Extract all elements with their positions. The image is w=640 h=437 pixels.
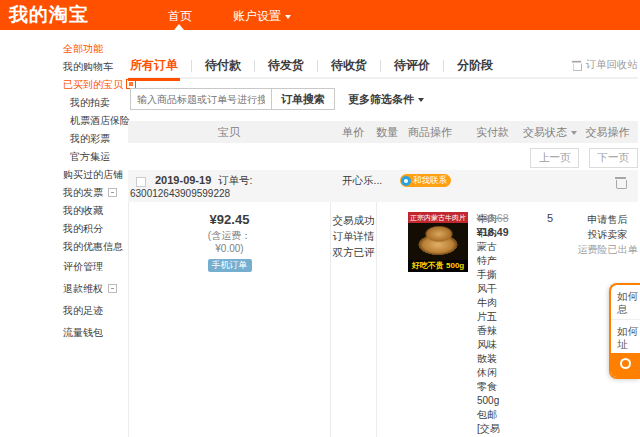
sidebar-item-data-wallet[interactable]: 流量钱包 [0, 322, 126, 344]
active-nav-arrow-icon [174, 24, 184, 30]
tab-separator [443, 60, 444, 72]
sidebar-item-official-consolidation[interactable]: 官方集运 [0, 148, 126, 166]
help-link-1[interactable]: 如何息 [611, 285, 640, 319]
tab-separator [317, 60, 318, 72]
order-search-bar: 订单搜索 更多筛选条件 [130, 88, 424, 110]
more-filters-link[interactable]: 更多筛选条件 [348, 92, 424, 107]
tab-pending-payment[interactable]: 待付款 [203, 53, 243, 78]
help-link-2[interactable]: 如何址 [611, 319, 640, 354]
order-number: 630012643909599228 [130, 188, 230, 199]
order-item-cell: 正宗内蒙古牛肉片 好吃不贵 500g 牛肉干内蒙古特产手撕风干牛肉片五香辣风味散… [398, 202, 462, 437]
shipping-fee-note: (含运费：¥0.00) [129, 229, 330, 255]
jerky-photo [419, 221, 459, 247]
wangwang-icon [401, 176, 411, 186]
tab-separator [380, 60, 381, 72]
expand-box-icon [108, 284, 117, 293]
help-panel-footer[interactable] [611, 353, 640, 377]
sidebar-item-points[interactable]: 我的积分 [0, 220, 126, 238]
sidebar-item-favorites[interactable]: 我的收藏 [0, 202, 126, 220]
trade-actions-cell [376, 202, 398, 437]
chevron-down-icon [418, 98, 424, 102]
sidebar-item-footprints[interactable]: 我的足迹 [0, 300, 126, 322]
tab-separator [191, 60, 192, 72]
order-block: 2019-09-19 订单号: 开心乐... 和我联系 630012643909… [128, 170, 638, 437]
next-page-button[interactable]: 下一页 [589, 148, 639, 168]
original-price: ¥88.68 [462, 212, 523, 224]
complain-seller-link[interactable]: 投诉卖家 [577, 227, 638, 242]
chevron-down-icon [285, 15, 291, 19]
apply-aftersale-link[interactable]: 申请售后 [577, 212, 638, 227]
order-no-label: 订单号: [218, 174, 252, 188]
delete-order-trash-icon[interactable] [615, 176, 626, 189]
tab-separator [254, 60, 255, 72]
paid-amount-cell: ¥92.45 (含运费：¥0.00) 手机订单 [128, 202, 330, 437]
tab-pending-shipment[interactable]: 待发货 [266, 53, 306, 78]
question-icon [620, 358, 631, 369]
column-trade-actions: 交易操作 [577, 121, 638, 143]
tab-staged[interactable]: 分阶段 [455, 53, 495, 78]
sidebar-item-lottery[interactable]: 我的彩票 [0, 130, 126, 148]
mobile-order-badge: 手机订单 [208, 259, 252, 272]
tab-all-orders[interactable]: 所有订单 [128, 53, 180, 81]
order-date: 2019-09-19 [155, 174, 211, 186]
both-rated: 双方已评 [331, 244, 376, 260]
expand-box-icon [108, 188, 117, 197]
sidebar-item-shops-visited[interactable]: 购买过的店铺 [0, 166, 126, 184]
sidebar-item-all-functions[interactable]: 全部功能 [0, 40, 126, 58]
unit-price-cell: ¥88.68 ¥18.49 [462, 202, 523, 437]
trade-status-cell: 交易成功 订单详情 双方已评 [330, 202, 376, 437]
nav-account-settings[interactable]: 账户设置 [233, 8, 291, 25]
order-recycle-bin[interactable]: 订单回收站 [571, 53, 639, 72]
order-table-header: 宝贝 单价 数量 商品操作 实付款 交易状态 交易操作 [128, 121, 638, 143]
wangwang-contact-badge[interactable]: 和我联系 [400, 174, 451, 187]
column-paid-amount: 实付款 [462, 121, 523, 143]
product-image-bottom-text: 好吃不贵 500g [408, 260, 468, 272]
sidebar-item-refund-rights[interactable]: 退款维权 [0, 278, 126, 300]
column-quantity: 数量 [376, 121, 398, 143]
product-image[interactable]: 正宗内蒙古牛肉片 好吃不贵 500g [408, 212, 468, 272]
order-header: 2019-09-19 订单号: 开心乐... 和我联系 630012643909… [128, 170, 638, 202]
trash-icon [571, 59, 580, 70]
help-panel: 如何息 如何址 [609, 283, 640, 379]
sidebar-item-purchased-items[interactable]: 已买到的宝贝 [0, 76, 126, 94]
order-search-button[interactable]: 订单搜索 [271, 88, 335, 110]
nav-home[interactable]: 首页 [168, 8, 192, 25]
column-trade-status[interactable]: 交易状态 [523, 121, 577, 143]
quantity-cell: 5 [523, 202, 577, 437]
column-item: 宝贝 [128, 121, 330, 143]
prev-page-button[interactable]: 上一页 [530, 148, 580, 168]
sidebar-item-invoice[interactable]: 我的发票 [0, 184, 126, 202]
paid-amount: ¥92.45 [129, 212, 330, 227]
tab-pending-review[interactable]: 待评价 [392, 53, 432, 78]
sidebar-item-review-management[interactable]: 评价管理 [0, 256, 126, 278]
page-title: 我的淘宝 [9, 2, 89, 28]
column-unit-price: 单价 [330, 121, 376, 143]
shipping-insurance-issued: 运费险已出单 [577, 242, 638, 257]
order-checkbox[interactable] [136, 177, 146, 187]
trade-status: 交易成功 [331, 212, 376, 228]
sidebar-item-auction[interactable]: 我的拍卖 [0, 94, 126, 112]
order-tabs: 所有订单 待付款 待发货 待收货 待评价 分阶段 订单回收站 [128, 53, 638, 79]
column-item-actions: 商品操作 [398, 121, 462, 143]
tab-pending-receipt[interactable]: 待收货 [329, 53, 369, 78]
sidebar-item-cart[interactable]: 我的购物车 [0, 58, 126, 76]
order-list: 2019-09-19 订单号: 开心乐... 和我联系 630012643909… [128, 170, 638, 437]
order-body: 正宗内蒙古牛肉片 好吃不贵 500g 牛肉干内蒙古特产手撕风干牛肉片五香辣风味散… [128, 202, 638, 437]
order-detail-link[interactable]: 订单详情 [331, 228, 376, 244]
top-bar: 我的淘宝 首页 账户设置 [0, 0, 640, 30]
sidebar: 全部功能 我的购物车 已买到的宝贝 我的拍卖 机票酒店保险 我的彩票 官方集运 … [0, 40, 126, 344]
sidebar-item-coupons[interactable]: 我的优惠信息 [0, 238, 126, 256]
sidebar-item-flight-hotel-insurance[interactable]: 机票酒店保险 [0, 112, 126, 130]
search-input[interactable] [130, 88, 272, 110]
pagination: 上一页 下一页 [524, 148, 638, 168]
shop-name[interactable]: 开心乐... [342, 174, 382, 188]
current-price: ¥18.49 [462, 226, 523, 238]
